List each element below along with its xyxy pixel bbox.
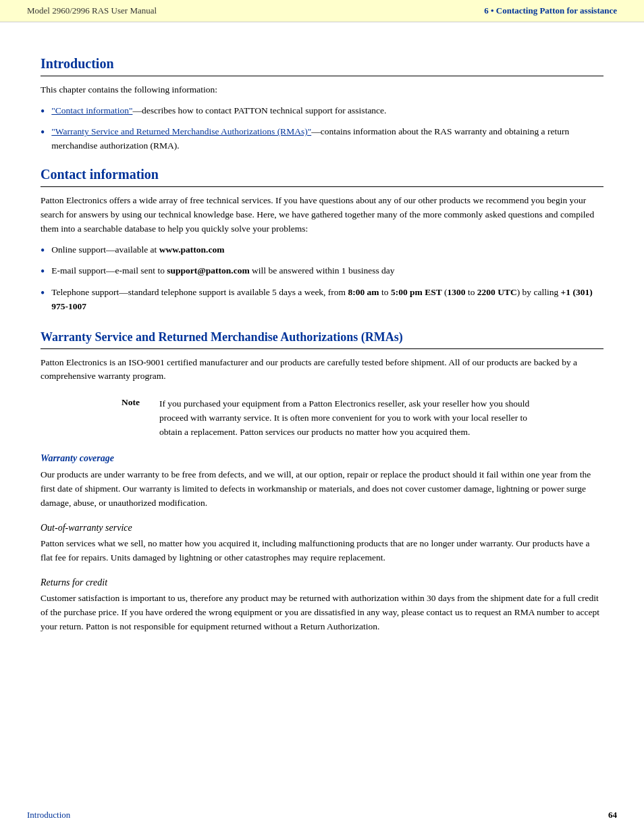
out-of-warranty-subsection: Out-of-warranty service Patton services … (41, 523, 603, 565)
list-item: • "Contact information"—describes how to… (41, 104, 603, 120)
contact-bullet-list: • Online support—available at www.patton… (41, 243, 603, 314)
note-content: If you purchased your equipment from a P… (159, 397, 549, 440)
introduction-bullet-list: • "Contact information"—describes how to… (41, 104, 603, 153)
returns-para: Customer satisfaction is important to us… (41, 592, 603, 634)
header-right: 6 • Contacting Patton for assistance (484, 5, 617, 16)
utc-bold-2: 2200 UTC (477, 287, 517, 297)
contact-section: Contact information Patton Electronics o… (41, 167, 603, 313)
contact-bullet-2: E-mail support—e-mail sent to support@pa… (51, 264, 394, 278)
contact-bullet-1: Online support—available at www.patton.c… (51, 243, 224, 257)
bullet-icon: • (41, 264, 45, 280)
warranty-link[interactable]: "Warranty Service and Returned Merchandi… (51, 126, 311, 136)
contact-bullet-3: Telephone support—standard telephone sup… (51, 286, 603, 314)
intro-bullet-1-text: —describes how to contact PATTON technic… (132, 105, 386, 115)
page: Model 2960/2996 RAS User Manual 6 • Cont… (0, 0, 644, 834)
warranty-section: Warranty Service and Returned Merchandis… (41, 330, 603, 634)
list-item: • E-mail support—e-mail sent to support@… (41, 264, 603, 280)
warranty-title: Warranty Service and Returned Merchandis… (41, 330, 603, 344)
warranty-coverage-subsection: Warranty coverage Our products are under… (41, 453, 603, 511)
contact-rule (41, 186, 603, 187)
list-item: • Telephone support—standard telephone s… (41, 286, 603, 314)
introduction-title: Introduction (41, 56, 603, 72)
intro-bullet-1: "Contact information"—describes how to c… (51, 104, 386, 118)
note-box: Note If you purchased your equipment fro… (122, 397, 549, 440)
footer-left: Introduction (27, 810, 70, 820)
contact-info-link[interactable]: "Contact information" (51, 105, 132, 115)
contact-bullet-1-prefix: Online support—available at (51, 244, 159, 255)
contact-para: Patton Electronics offers a wide array o… (41, 194, 603, 236)
returns-subsection: Returns for credit Customer satisfaction… (41, 577, 603, 634)
contact-bullet-2-suffix: will be answered within 1 business day (250, 265, 395, 276)
time-bold-2: 5:00 pm EST (391, 287, 442, 297)
bullet-icon: • (41, 104, 45, 120)
warranty-intro-para: Patton Electronics is an ISO-9001 certif… (41, 356, 603, 384)
returns-title: Returns for credit (41, 577, 603, 588)
introduction-section: Introduction This chapter contains the f… (41, 56, 603, 153)
contact-bullet-2-prefix: E-mail support—e-mail sent to (51, 265, 167, 276)
header-bar: Model 2960/2996 RAS User Manual 6 • Cont… (0, 0, 644, 22)
contact-title: Contact information (41, 167, 603, 182)
introduction-para: This chapter contains the following info… (41, 83, 603, 97)
introduction-rule (41, 76, 603, 76)
intro-bullet-2: "Warranty Service and Returned Merchandi… (51, 125, 603, 153)
header-left: Model 2960/2996 RAS User Manual (27, 5, 157, 16)
warranty-rule (41, 348, 603, 349)
footer: Introduction 64 (0, 810, 644, 820)
contact-bullet-2-bold: support@patton.com (167, 265, 249, 276)
warranty-coverage-para: Our products are under warranty to be fr… (41, 468, 603, 511)
main-content: Introduction This chapter contains the f… (0, 22, 644, 668)
list-item: • "Warranty Service and Returned Merchan… (41, 125, 603, 153)
utc-bold-1: 1300 (448, 287, 466, 297)
bullet-icon: • (41, 243, 45, 259)
contact-bullet-1-bold: www.patton.com (159, 244, 225, 255)
time-bold-1: 8:00 am (348, 287, 379, 297)
bullet-icon: • (41, 286, 45, 301)
footer-right: 64 (608, 810, 617, 820)
out-of-warranty-para: Patton services what we sell, no matter … (41, 537, 603, 565)
note-label: Note (122, 397, 149, 440)
list-item: • Online support—available at www.patton… (41, 243, 603, 259)
out-of-warranty-title: Out-of-warranty service (41, 523, 603, 533)
warranty-coverage-title: Warranty coverage (41, 453, 603, 464)
bullet-icon: • (41, 125, 45, 140)
